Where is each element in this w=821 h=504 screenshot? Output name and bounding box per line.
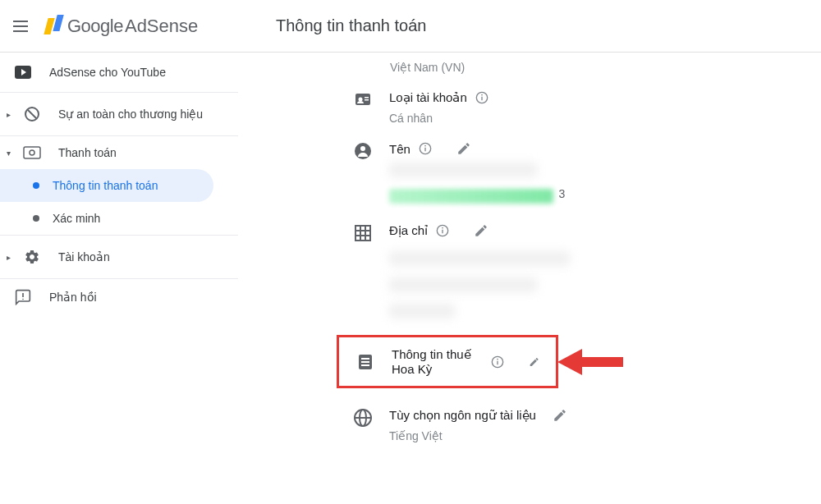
feedback-icon [13,289,33,305]
svg-rect-29 [361,364,369,366]
sidebar-label: Tài khoản [58,250,110,263]
info-icon[interactable] [419,142,432,155]
blurred-address [389,245,788,318]
svg-point-15 [360,146,365,151]
sidebar-item-account[interactable]: ▸ Tài khoản [0,235,238,279]
sidebar-label: Phản hồi [49,291,97,304]
expand-arrow-icon: ▾ [7,149,11,158]
content-area: Việt Nam (VN) Loại tài khoản Cá nhân Tên [238,53,821,504]
tax-info-label: Thông tin thuế Hoa Kỳ [392,347,483,376]
brand-google: Google [67,16,123,37]
svg-rect-28 [361,361,369,363]
svg-rect-27 [361,358,369,360]
svg-point-6 [22,299,24,300]
svg-point-13 [481,94,483,96]
svg-point-32 [497,358,498,360]
person-icon [353,141,373,161]
youtube-icon [13,66,33,79]
address-label: Địa chỉ [389,223,428,238]
dot-icon [33,182,39,189]
sidebar-item-payments[interactable]: ▾ Thanh toán [0,136,238,169]
svg-point-25 [442,227,443,229]
blurred-name [389,163,537,177]
name-label: Tên [389,142,410,156]
svg-rect-3 [24,147,40,158]
hamburger-menu-icon[interactable] [13,16,33,36]
svg-rect-10 [365,99,369,101]
svg-rect-33 [582,357,623,367]
sidebar-label: Thanh toán [58,146,117,159]
brand-adsense: AdSense [125,16,198,37]
logo-section[interactable]: Google AdSense [46,16,243,37]
expand-arrow-icon: ▸ [7,110,11,119]
sidebar-subitem-verify[interactable]: Xác minh [0,202,238,235]
payment-icon [22,146,42,159]
sidebar-label: Thông tin thanh toán [53,179,158,192]
account-type-icon [353,90,373,110]
info-icon[interactable] [475,91,488,104]
account-type-label: Loại tài khoản [389,90,467,105]
name-row: Tên 3 [271,141,788,207]
edit-icon[interactable] [553,408,567,423]
address-row: Địa chỉ [271,223,788,318]
sidebar-label: Xác minh [53,212,100,225]
edit-icon[interactable] [474,223,488,238]
sidebar-label: Sự an toàn cho thương hiệu [58,108,203,121]
sidebar-nav: AdSense cho YouTube ▸ Sự an toàn cho thư… [0,53,238,504]
info-icon[interactable] [436,224,449,237]
sidebar-item-youtube[interactable]: AdSense cho YouTube [0,53,238,93]
sidebar-item-brand-safety[interactable]: ▸ Sự an toàn cho thương hiệu [0,93,238,136]
dot-icon [33,215,39,222]
svg-line-2 [28,110,37,119]
blurred-highlight [389,189,553,204]
svg-point-4 [30,150,34,155]
edit-icon[interactable] [529,355,539,369]
expand-arrow-icon: ▸ [7,253,11,262]
language-label: Tùy chọn ngôn ngữ tài liệu [389,408,536,423]
address-icon [353,223,373,243]
badge-value: 3 [558,187,565,200]
page-title: Thông tin thanh toán [276,16,426,35]
globe-icon [353,408,373,428]
svg-point-18 [424,145,426,147]
account-type-value: Cá nhân [389,112,788,125]
adsense-logo-icon [46,18,61,34]
edit-icon[interactable] [456,141,471,156]
arrow-annotation-icon [557,346,623,378]
document-icon [355,352,375,372]
app-header: Google AdSense Thông tin thanh toán [0,0,821,53]
info-icon[interactable] [491,355,504,369]
settings-icon [22,249,42,265]
sidebar-label: AdSense cho YouTube [49,66,166,79]
tax-info-highlight: Thông tin thuế Hoa Kỳ [337,335,558,388]
no-symbol-icon [22,106,42,122]
sidebar-item-feedback[interactable]: Phản hồi [0,279,238,315]
country-value: Việt Nam (VN) [271,61,788,74]
svg-point-8 [359,98,363,102]
svg-rect-9 [365,97,369,99]
language-value: Tiếng Việt [389,429,788,442]
language-row: Tùy chọn ngôn ngữ tài liệu Tiếng Việt [271,408,788,442]
sidebar-subitem-payment-info[interactable]: Thông tin thanh toán [0,169,213,202]
account-type-row: Loại tài khoản Cá nhân [271,90,788,125]
